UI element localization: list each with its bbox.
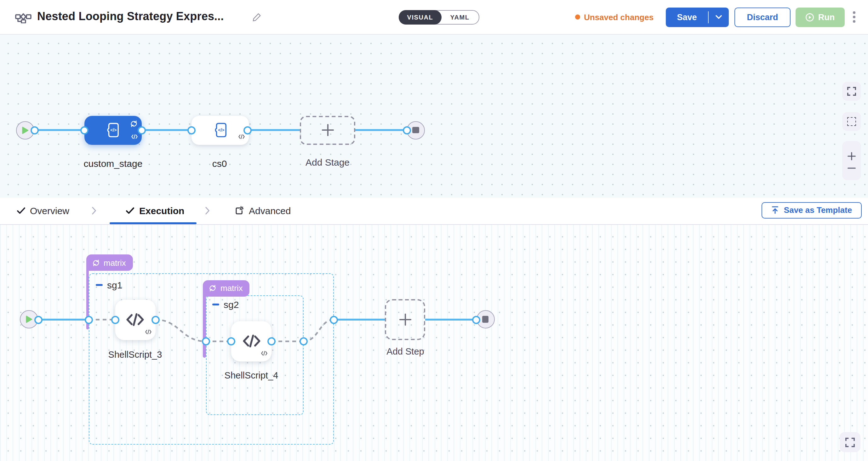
svg-text:</>: </> — [110, 127, 117, 132]
save-label[interactable]: Save — [666, 12, 708, 22]
port[interactable] — [111, 315, 119, 324]
step-node-shellscript-4[interactable] — [231, 321, 272, 361]
port[interactable] — [330, 315, 338, 324]
pipeline-studio: Nested Looping Strategy Expres... YAML V… — [0, 0, 868, 461]
port[interactable] — [244, 126, 252, 134]
run-label: Run — [818, 12, 835, 22]
fullscreen-icon — [847, 87, 856, 96]
toggle-visual[interactable]: VISUAL — [399, 10, 441, 25]
chevron-right-icon — [92, 206, 96, 214]
play-icon — [26, 315, 32, 323]
step-group-name-sg2: sg2 — [212, 299, 239, 310]
unsaved-changes-status: Unsaved changes — [575, 0, 653, 34]
code-corner-icon — [131, 131, 137, 142]
stop-icon — [482, 316, 489, 323]
zoom-in-icon[interactable] — [847, 152, 856, 161]
stage-config-tabbar: Overview Execution Advanced — [0, 197, 868, 225]
step-group-name-sg1: sg1 — [96, 280, 122, 290]
group-dash-icon — [212, 304, 219, 305]
code-corner-icon — [261, 347, 268, 359]
step-name-label[interactable]: ShellScript_3 — [108, 349, 162, 360]
stop-icon — [412, 127, 419, 133]
port[interactable] — [268, 337, 276, 345]
upload-icon — [771, 206, 779, 214]
canvas-fullscreen-button[interactable] — [842, 82, 861, 101]
port[interactable] — [227, 337, 235, 345]
header: Nested Looping Strategy Expres... YAML V… — [0, 0, 868, 35]
looping-strategy-icon — [129, 119, 137, 130]
tab-overview[interactable]: Overview — [17, 197, 69, 224]
zoom-out-icon[interactable] — [847, 167, 856, 170]
discard-button[interactable]: Discard — [735, 7, 790, 27]
group-dash-icon — [96, 284, 103, 286]
step-group-bar — [203, 296, 206, 358]
more-options-button[interactable] — [850, 10, 858, 24]
loop-icon — [209, 284, 217, 292]
matrix-badge-sg1[interactable]: matrix — [86, 254, 133, 271]
plus-icon — [321, 123, 334, 137]
stage-name-label[interactable]: custom_stage — [84, 158, 143, 169]
tab-execution-label[interactable]: Execution — [139, 206, 184, 216]
fullscreen-icon — [845, 437, 855, 447]
canvas-zoom-control[interactable] — [842, 141, 861, 180]
execution-canvas[interactable]: matrix sg1 matrix sg2 — [0, 224, 868, 461]
add-stage-button[interactable] — [300, 116, 355, 145]
code-corner-icon — [145, 326, 152, 337]
stage-node-custom-stage[interactable]: </> — [84, 116, 142, 145]
pipeline-icon — [15, 11, 31, 23]
play-icon — [22, 126, 29, 134]
port[interactable] — [80, 126, 88, 134]
port[interactable] — [137, 126, 146, 134]
tab-overview-label[interactable]: Overview — [30, 206, 69, 216]
custom-stage-icon: </> — [213, 122, 227, 138]
toggle-yaml[interactable]: YAML — [441, 11, 479, 24]
step-node-shellscript-3[interactable] — [115, 300, 155, 340]
save-as-template-label: Save as Template — [784, 205, 852, 215]
tab-execution[interactable]: Execution — [126, 197, 184, 224]
stage-node-cs0[interactable]: </> — [191, 116, 249, 145]
add-stage-label[interactable]: Add Stage — [306, 157, 350, 167]
chevron-down-icon — [716, 15, 722, 19]
unsaved-dot-icon — [575, 14, 580, 20]
plus-icon — [398, 313, 412, 326]
port[interactable] — [151, 315, 159, 324]
port[interactable] — [403, 126, 411, 134]
canvas-select-button[interactable] — [842, 112, 861, 131]
advanced-icon — [234, 206, 244, 216]
unsaved-label: Unsaved changes — [584, 12, 653, 22]
port[interactable] — [30, 126, 38, 134]
matrix-badge-label: matrix — [220, 283, 243, 293]
pipeline-title: Nested Looping Strategy Expres... — [37, 10, 224, 23]
loop-icon — [92, 258, 100, 267]
execution-fullscreen-button[interactable] — [840, 432, 861, 452]
check-icon — [126, 208, 134, 214]
shell-script-icon — [125, 310, 145, 329]
matrix-badge-label: matrix — [104, 258, 126, 267]
edit-title-button[interactable] — [252, 12, 263, 23]
port[interactable] — [187, 126, 195, 134]
step-name-label[interactable]: ShellScript_4 — [224, 370, 278, 380]
save-dropdown-button[interactable] — [709, 15, 729, 19]
pencil-icon — [252, 12, 262, 22]
shell-script-icon — [242, 331, 261, 351]
svg-text:</>: </> — [218, 127, 224, 132]
tab-advanced[interactable]: Advanced — [234, 197, 291, 224]
matrix-badge-sg2[interactable]: matrix — [203, 280, 250, 296]
save-button[interactable]: Save — [666, 7, 729, 27]
marquee-icon — [847, 117, 856, 126]
port[interactable] — [299, 337, 307, 345]
port[interactable] — [202, 337, 210, 345]
chevron-right-icon — [205, 206, 210, 214]
active-tab-underline — [110, 222, 196, 224]
save-as-template-button[interactable]: Save as Template — [762, 202, 862, 218]
add-step-button[interactable] — [385, 299, 425, 340]
run-button[interactable]: Run — [795, 7, 844, 27]
stage-name-label[interactable]: cs0 — [212, 158, 227, 169]
stage-canvas[interactable]: </> custom_stage </> — [0, 34, 868, 197]
tab-advanced-label[interactable]: Advanced — [249, 206, 291, 216]
visual-yaml-toggle[interactable]: YAML VISUAL — [399, 10, 479, 25]
add-step-label[interactable]: Add Step — [386, 346, 424, 357]
port[interactable] — [34, 315, 42, 324]
port[interactable] — [85, 315, 93, 324]
port[interactable] — [472, 315, 480, 324]
